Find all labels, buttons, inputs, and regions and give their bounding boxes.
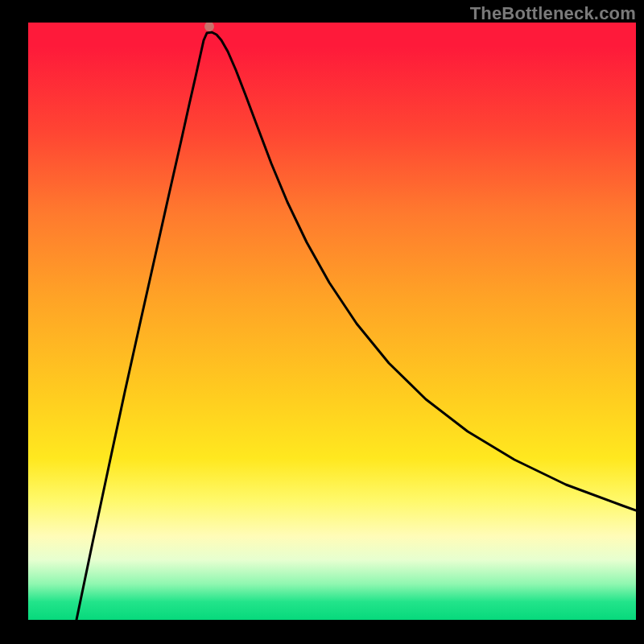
- curve-line: [76, 32, 636, 620]
- watermark-text: TheBottleneck.com: [470, 3, 636, 24]
- plot-area: [28, 23, 636, 620]
- chart-frame: TheBottleneck.com: [0, 0, 644, 644]
- curve-svg: [28, 23, 636, 620]
